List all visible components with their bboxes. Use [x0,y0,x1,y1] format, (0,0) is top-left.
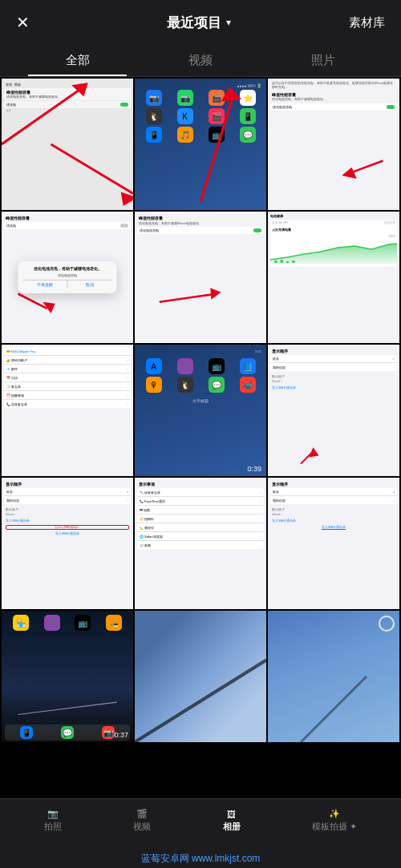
media-grid-container: 发现 图板 峰值性能容量 优化电池充电，有助于减缓电池老化。 优化电 关于 [0,77,401,798]
nav-item-video[interactable]: 🎬 视频 [133,809,151,833]
header-center: 最近项目 ▾ [167,14,231,32]
header-title: 最近项目 [167,14,221,32]
tab-video[interactable]: 视频 [139,45,261,76]
select-circle-15[interactable] [379,616,395,632]
header: ✕ 最近项目 ▾ 素材库 [0,0,401,45]
grid-item-3[interactable]: 这可以在不同类型的充电充电，有助于延缓充电池老化。延缓充电可能为iPhone延缓… [268,79,399,210]
svg-line-18 [18,702,117,714]
grid-item-6[interactable]: 电池健康 过去24小时 过去5天 上次充满电量 100% [268,212,399,343]
svg-marker-7 [342,168,356,179]
close-button[interactable]: ✕ [16,13,30,32]
svg-rect-13 [281,260,283,263]
album-icon: 🖼 [227,809,236,819]
svg-marker-17 [309,447,318,457]
grid-item-8[interactable]: 9:41 A 🎵 📺 📘 🎙 🐧 💬 📹 文字标题 0:39 [135,345,266,476]
template-icon: ✨ [329,809,340,819]
material-library-button[interactable]: 素材库 [349,15,385,30]
svg-line-19 [135,660,266,743]
grid-item-2[interactable]: ●●●● WiFi 🔋 📷 📷 🎬 ⭐ 🐧 K 🎬 📱 📱 🎵 [135,79,266,210]
header-left: ✕ [16,13,48,32]
chevron-down-icon[interactable]: ▾ [226,17,231,28]
video-duration-8: 0:39 [247,465,261,473]
grid-item-13[interactable]: 🏪 🎵 📺 📻 📱 💬 📷 0:37 [2,611,133,742]
svg-line-10 [160,294,217,302]
grid-item-12[interactable]: 显示顺序 姓名● 我的信息› 默认账户 iCloud › 导入SIM卡通讯录 导… [268,478,399,609]
nav-label-template: 模板拍摄 ✦ [312,821,357,833]
nav-label-album: 相册 [223,821,241,833]
grid-item-14[interactable] [135,611,266,742]
nav-label-video: 视频 [133,821,151,833]
svg-line-20 [301,676,367,742]
svg-line-6 [350,161,383,173]
bottom-navigation: 📷 拍照 🎬 视频 🖼 相册 ✨ 模板拍摄 ✦ [0,798,401,849]
video-icon: 🎬 [136,809,148,819]
svg-rect-15 [292,260,294,263]
grid-item-15[interactable] [268,611,399,742]
svg-rect-14 [286,261,289,263]
grid-item-11[interactable]: 显示事项 🔧 设备备忘录› 📞 FaceTime通话› 🗺 地图› 🧭 指南针›… [135,478,266,609]
video-duration-13: 0:37 [114,731,128,739]
nav-item-photo[interactable]: 📷 拍照 [44,809,62,833]
tab-bar: 全部 视频 照片 [0,45,401,77]
svg-rect-12 [274,260,277,263]
grid-item-5[interactable]: 峰值性能容量 优化电池充电，有助于减缓iPhone电池老化 优化电池充电 [135,212,266,343]
grid-item-9[interactable]: 显示顺序 姓名✓ 我的信息› 默认账户 iCloud › 导入SIM卡通讯录 [268,345,399,476]
nav-item-template[interactable]: ✨ 模板拍摄 ✦ [312,809,357,833]
grid-item-10[interactable]: 显示顺序 姓名● 我的信息› 默认账户 iCloud › 导入SIM卡通讯录 正… [2,478,133,609]
media-grid: 发现 图板 峰值性能容量 优化电池充电，有助于减缓电池老化。 优化电 关于 [0,77,401,744]
svg-marker-11 [210,288,221,299]
tab-all[interactable]: 全部 [16,45,139,76]
nav-item-album[interactable]: 🖼 相册 [223,809,241,833]
grid-item-7[interactable]: 💳 钱包与Apple Pay › 🔐 密码与帐户 › 📧 邮件 › 📅 日历 › [2,345,133,476]
brand-watermark: 蓝莓安卓网 www.lmkjst.com [0,849,401,868]
camera-icon: 📷 [47,809,59,819]
tab-photo[interactable]: 照片 [262,45,385,76]
nav-label-photo: 拍照 [44,821,62,833]
grid-item-4[interactable]: 峰值性能容量 优化电 优化电池充电，有助于减缓电池老化。 优化电池充电 不再提醒… [2,212,133,343]
settings-dialog: 优化电池充电，有助于减缓电池老化。 优化电池充电 不再提醒 取消 [18,261,117,293]
grid-item-1[interactable]: 发现 图板 峰值性能容量 优化电池充电，有助于减缓电池老化。 优化电 关于 [2,79,133,210]
